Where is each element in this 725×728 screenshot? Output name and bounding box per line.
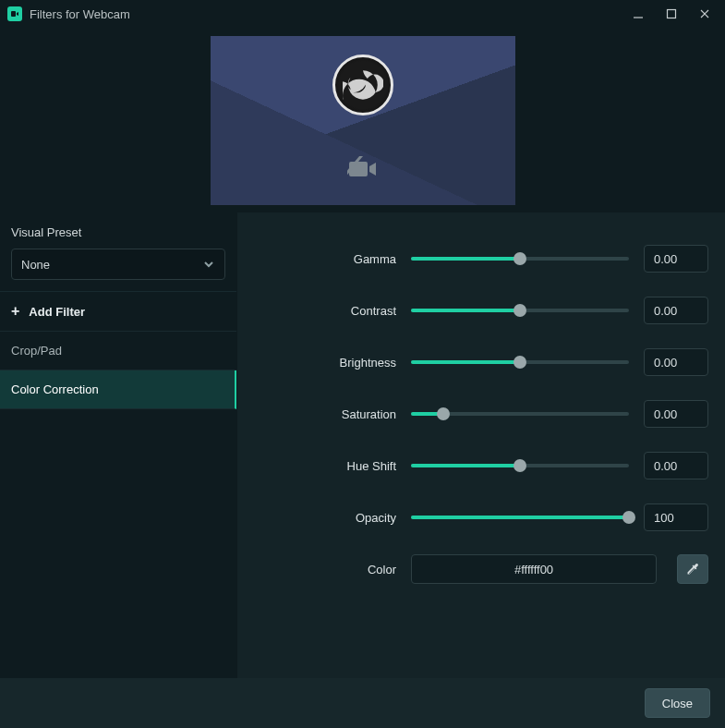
filter-list: Crop/PadColor Correction [0,332,236,409]
property-value-input[interactable]: 0.00 [644,400,708,428]
filter-item-label: Color Correction [11,382,99,396]
property-row: Contrast0.00 [237,285,708,336]
slider-thumb[interactable] [437,407,450,420]
slider-thumb[interactable] [514,356,526,369]
color-input[interactable]: #ffffff00 [411,554,657,584]
add-filter-button[interactable]: + Add Filter [0,291,236,332]
minimize-button[interactable] [625,1,651,27]
camera-off-icon [347,156,379,185]
property-slider[interactable] [411,299,629,322]
property-label: Contrast [237,304,396,318]
property-value-input[interactable]: 0.00 [644,297,708,324]
visual-preset-select[interactable]: None [11,249,225,280]
visual-preset-value: None [21,258,50,272]
property-value-input[interactable]: 100 [644,504,708,531]
maximize-button[interactable] [659,1,684,27]
titlebar: Filters for Webcam [0,0,725,28]
filter-item[interactable]: Crop/Pad [0,332,236,370]
property-value-input[interactable]: 0.00 [644,348,708,376]
svg-rect-0 [11,11,16,17]
slider-thumb[interactable] [514,252,526,265]
property-slider[interactable] [411,403,629,425]
properties-panel: Gamma0.00Contrast0.00Brightness0.00Satur… [237,212,725,678]
close-window-button[interactable] [692,1,718,27]
sidebar: Visual Preset None + Add Filter Crop/Pad… [0,212,237,678]
property-slider[interactable] [411,506,629,528]
close-button-label: Close [662,697,693,710]
property-label: Gamma [237,252,396,266]
property-label: Saturation [237,407,396,421]
window-title: Filters for Webcam [30,7,130,21]
color-value: #ffffff00 [514,563,553,576]
chevron-down-icon [202,258,215,271]
svg-rect-2 [668,10,676,18]
slider-thumb[interactable] [622,511,635,524]
plus-icon: + [11,304,19,319]
source-preview [211,36,515,205]
filter-item[interactable]: Color Correction [0,370,236,409]
property-row: Brightness0.00 [237,336,708,388]
obs-logo-icon [332,55,393,115]
add-filter-label: Add Filter [29,305,85,319]
property-row: Opacity100 [237,491,708,543]
eyedropper-icon [685,562,700,576]
footer: Close [0,678,725,728]
color-picker-button[interactable] [677,554,708,584]
preview-area [0,28,725,212]
property-value-input[interactable]: 0.00 [644,452,708,479]
slider-thumb[interactable] [514,459,526,472]
property-slider[interactable] [411,351,629,373]
filter-item-label: Crop/Pad [11,344,62,358]
property-row: Hue Shift0.00 [237,440,708,491]
property-label: Opacity [237,511,396,525]
property-row: Saturation0.00 [237,388,708,440]
property-value-input[interactable]: 0.00 [644,245,708,273]
close-button[interactable]: Close [645,688,710,718]
app-icon [7,6,22,21]
color-label: Color [237,563,396,576]
property-slider[interactable] [411,455,629,477]
visual-preset-label: Visual Preset [11,225,225,239]
slider-thumb[interactable] [514,304,526,317]
property-slider[interactable] [411,248,629,270]
property-label: Brightness [237,356,396,370]
property-label: Hue Shift [237,459,396,473]
property-row: Gamma0.00 [237,233,708,285]
